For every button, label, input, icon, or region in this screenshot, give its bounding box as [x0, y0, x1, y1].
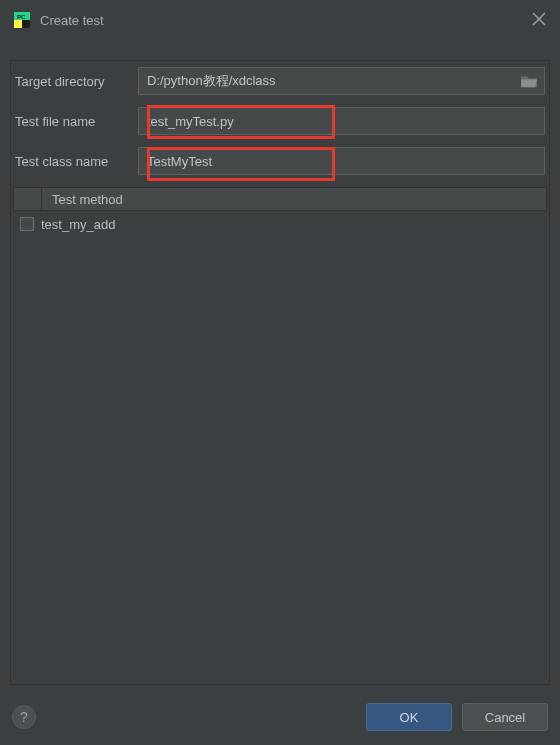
row-test-class-name: Test class name	[11, 141, 549, 181]
close-icon[interactable]	[532, 12, 546, 26]
method-checkbox[interactable]	[20, 217, 34, 231]
label-test-class-name: Test class name	[13, 154, 138, 169]
svg-text:PC: PC	[17, 14, 26, 20]
pycharm-icon: PC	[14, 12, 30, 28]
titlebar: PC Create test	[0, 0, 560, 40]
label-target-directory: Target directory	[13, 74, 138, 89]
test-method-list: Test method test_my_add	[13, 187, 547, 682]
cancel-button[interactable]: Cancel	[462, 703, 548, 731]
row-target-directory: Target directory	[11, 61, 549, 101]
dialog-content: Target directory Test file name Test cla…	[10, 60, 550, 685]
method-name: test_my_add	[41, 217, 547, 232]
list-header: Test method	[13, 187, 547, 211]
list-item[interactable]: test_my_add	[13, 211, 547, 237]
target-directory-input[interactable]	[138, 67, 545, 95]
svg-rect-2	[14, 20, 22, 28]
header-checkbox-cell	[14, 188, 42, 210]
window-title: Create test	[40, 13, 104, 28]
help-icon: ?	[20, 709, 28, 725]
label-test-file-name: Test file name	[13, 114, 138, 129]
test-class-name-input[interactable]	[138, 147, 545, 175]
cancel-button-label: Cancel	[485, 710, 525, 725]
ok-button[interactable]: OK	[366, 703, 452, 731]
test-file-name-input[interactable]	[138, 107, 545, 135]
ok-button-label: OK	[400, 710, 419, 725]
browse-folder-icon[interactable]	[521, 75, 537, 88]
row-test-file-name: Test file name	[11, 101, 549, 141]
help-button[interactable]: ?	[12, 705, 36, 729]
header-method-label: Test method	[42, 192, 546, 207]
dialog-footer: ? OK Cancel	[0, 689, 560, 745]
